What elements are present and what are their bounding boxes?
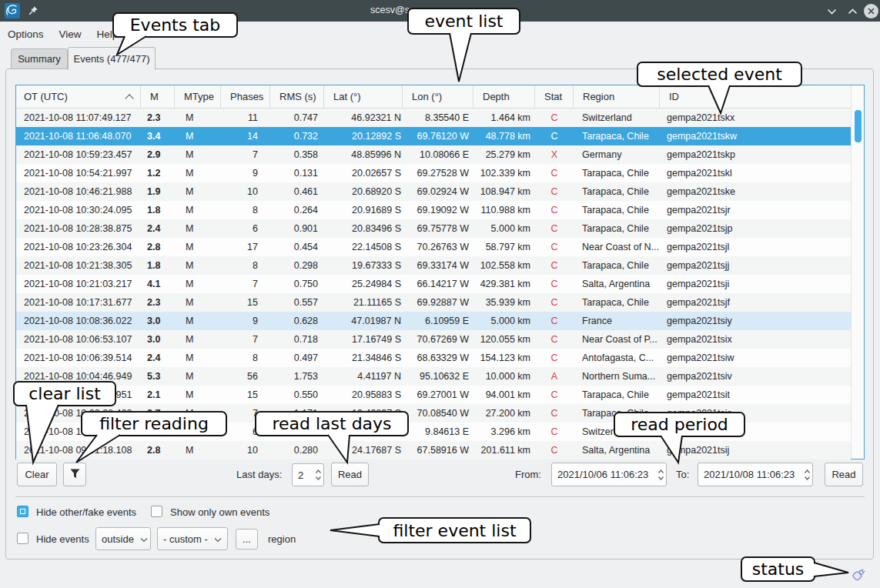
menu-item-view[interactable]: View <box>59 28 82 40</box>
cell-m: 2.3 <box>141 109 175 127</box>
spinner-arrows-icon[interactable] <box>313 468 323 482</box>
cell-m: 2.4 <box>141 219 175 238</box>
from-datetime-field[interactable]: 2021/10/06 11:06:23 <box>551 463 667 486</box>
cell-mtype: M <box>175 145 221 164</box>
cell-lat: 4.41197 N <box>324 367 403 386</box>
column-header-depth[interactable]: Depth <box>473 85 535 108</box>
column-header-id[interactable]: ID <box>660 85 851 108</box>
column-header-region[interactable]: Region <box>574 85 660 108</box>
clear-button[interactable]: Clear <box>17 463 57 486</box>
column-header-m[interactable]: M <box>141 85 175 108</box>
menu-item-options[interactable]: Options <box>8 28 44 40</box>
event-row[interactable]: 2021-10-08 10:54:21.9971.2M90.13120.0265… <box>16 164 851 182</box>
cell-stat: A <box>535 367 574 386</box>
event-row[interactable]: 2021-10-08 10:28:38.8752.4M60.90120.8349… <box>16 219 851 238</box>
region-preset-select[interactable]: - custom - <box>157 527 228 550</box>
event-row[interactable]: 2021-10-08 10:04:46.9495.3M561.7534.4119… <box>16 367 851 386</box>
cell-depth: 35.939 km <box>473 293 535 312</box>
cell-lon: 67.58916 W <box>403 441 473 459</box>
vertical-scrollbar[interactable] <box>851 85 864 459</box>
cell-m: 2.1 <box>141 386 175 404</box>
column-header-lon[interactable]: Lon (°) <box>403 85 473 108</box>
event-row[interactable]: 2021-10-08 10:30:24.0951.8M80.26420.9168… <box>16 201 851 219</box>
tab-summary[interactable]: Summary <box>11 48 68 69</box>
column-header-mtype[interactable]: MType <box>175 85 221 108</box>
event-row[interactable]: 2021-10-08 10:21:38.3051.8M80.29819.6733… <box>16 256 851 275</box>
cell-depth: 110.988 km <box>473 201 535 219</box>
last-days-spinbox[interactable]: 2 <box>292 463 324 486</box>
event-row[interactable]: 2021-10-08 10:06:53.1073.0M70.71817.1674… <box>16 330 851 349</box>
event-row[interactable]: 2021-10-08 10:21:03.2174.1M70.75025.2498… <box>16 275 851 293</box>
event-row[interactable]: 2021-10-08 10:17:31.6772.3M150.55721.111… <box>16 293 851 312</box>
spinner-arrows-icon[interactable] <box>802 468 812 482</box>
cell-phases: 15 <box>221 293 270 312</box>
cell-region: Tarapaca, Chile <box>574 256 660 275</box>
cell-ot: 2021-10-08 10:08:36.022 <box>16 312 141 330</box>
event-row[interactable]: 2021-10-08 10:06:39.5142.4M80.49721.3484… <box>16 349 851 367</box>
event-row[interactable]: 2021-10-08 09:51:18.1082.8M100.28024.176… <box>16 441 851 459</box>
table-body: 2021-10-08 11:07:49.1272.3M110.74746.923… <box>16 109 851 459</box>
column-header-ot-utc[interactable]: OT (UTC) <box>16 85 141 108</box>
show-only-own-checkbox[interactable] <box>151 506 162 517</box>
event-row-selected[interactable]: 2021-10-08 11:06:48.0703.4M140.73220.128… <box>16 127 851 145</box>
hide-other-fake-checkbox[interactable] <box>17 506 28 517</box>
cell-id: gempa2021tsij <box>660 441 851 459</box>
cell-phases: 10 <box>221 182 270 201</box>
cell-phases: 11 <box>221 109 270 127</box>
clear-button-label: Clear <box>25 469 49 480</box>
event-row[interactable]: 2021-10-08 10:08:36.0223.0M90.62847.0198… <box>16 312 851 330</box>
inside-outside-value: outside <box>102 533 134 545</box>
cell-m: 3.0 <box>141 312 175 330</box>
to-label: To: <box>676 469 689 480</box>
scrollbar-handle[interactable] <box>855 110 862 142</box>
callout-clear-list: clear list <box>13 381 116 406</box>
cell-depth: 120.055 km <box>473 330 535 349</box>
pin-icon[interactable] <box>28 5 38 16</box>
event-row[interactable]: 2021-10-08 10:46:21.9881.9M100.46120.689… <box>16 182 851 201</box>
cell-mtype: M <box>175 109 221 127</box>
cell-id: gempa2021tsjp <box>660 219 851 238</box>
event-row[interactable]: 2021-10-08 10:03:43.9512.1M150.55020.958… <box>16 386 851 404</box>
read-period-button-label: Read <box>831 469 855 480</box>
minimize-button[interactable] <box>825 4 839 18</box>
cell-depth: 1.464 km <box>473 109 535 127</box>
cell-region: Tarapaca, Chile <box>574 182 660 201</box>
cell-region: Tarapaca, Chile <box>574 164 660 182</box>
tab-events[interactable]: Events (477/477) <box>68 47 156 70</box>
hide-events-checkbox[interactable] <box>17 533 28 544</box>
cell-lat: 19.67333 S <box>324 256 403 275</box>
maximize-button[interactable] <box>845 4 860 18</box>
region-preset-value: - custom - <box>163 533 208 545</box>
event-row[interactable]: 2021-10-08 10:23:26.3042.8M170.45422.145… <box>16 238 851 256</box>
column-header-stat[interactable]: Stat <box>535 85 574 108</box>
column-header-lat[interactable]: Lat (°) <box>324 85 403 108</box>
cell-depth: 102.339 km <box>473 164 535 182</box>
to-datetime-field[interactable]: 2021/10/08 11:06:23 <box>698 463 813 486</box>
region-more-button[interactable]: ... <box>236 529 258 550</box>
read-period-button[interactable]: Read <box>825 463 863 486</box>
cell-lat: 17.16749 S <box>324 330 403 349</box>
column-header-rms-s[interactable]: RMS (s) <box>270 85 324 108</box>
cell-mtype: M <box>175 386 221 404</box>
cell-stat: C <box>535 275 574 293</box>
cell-rms: 0.750 <box>270 275 324 293</box>
filter-reading-button[interactable] <box>63 463 86 486</box>
cell-phases: 10 <box>221 441 270 459</box>
cell-stat: C <box>535 182 574 201</box>
cell-depth: 154.123 km <box>473 349 535 367</box>
region-label: region <box>268 533 296 545</box>
inside-outside-select[interactable]: outside <box>95 527 151 550</box>
event-row[interactable]: 2021-10-08 10:59:23.4572.9M70.35848.8599… <box>16 145 851 164</box>
cell-region: France <box>574 312 660 330</box>
column-header-phases[interactable]: Phases <box>221 85 270 108</box>
cell-mtype: M <box>175 201 221 219</box>
event-row[interactable]: 2021-10-08 11:07:49.1272.3M110.74746.923… <box>16 109 851 127</box>
cell-ot: 2021-10-08 10:30:24.095 <box>16 201 141 219</box>
cell-phases: 15 <box>221 386 270 404</box>
spinner-arrows-icon[interactable] <box>656 468 666 482</box>
close-button[interactable] <box>864 4 878 18</box>
cell-region: Switzerland <box>574 109 660 127</box>
read-last-days-button[interactable]: Read <box>331 463 369 486</box>
cell-phases: 6 <box>221 219 270 238</box>
cell-stat: C <box>535 238 574 256</box>
